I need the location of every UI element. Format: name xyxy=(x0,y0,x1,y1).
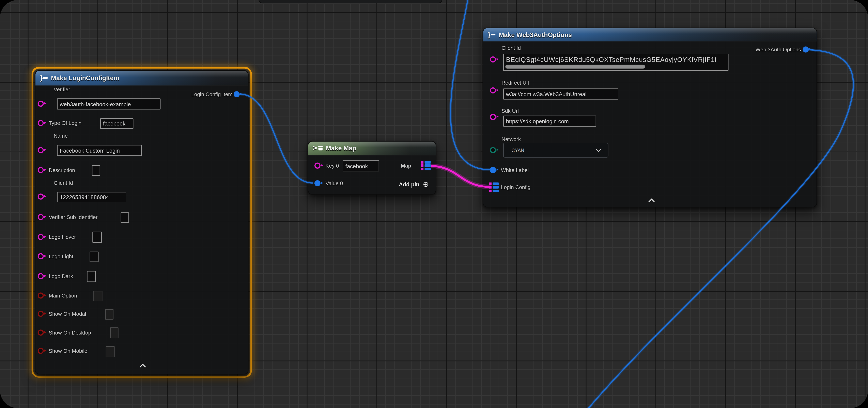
key-0-label: Key 0 xyxy=(326,163,339,169)
main-option-checkbox[interactable] xyxy=(93,291,102,301)
description-pin[interactable] xyxy=(38,167,44,173)
value-0-pin[interactable] xyxy=(314,180,320,186)
map-output-pin[interactable] xyxy=(421,161,431,170)
chevron-down-icon xyxy=(596,148,601,152)
logo-hover-pin[interactable] xyxy=(38,234,44,240)
white-label-label: White Label xyxy=(501,167,529,173)
client-id-label: Client Id xyxy=(54,180,73,186)
show-on-desktop-label: Show On Desktop xyxy=(49,330,91,336)
login-config-item-output-pin[interactable] xyxy=(234,91,240,97)
blueprint-graph-canvas[interactable]: } Make LoginConfigItem Verifier web3auth… xyxy=(0,0,868,408)
client-id-input[interactable]: 1222658941886084 xyxy=(57,192,126,202)
node-title: Make Map xyxy=(326,145,356,151)
description-label: Description xyxy=(49,167,75,173)
sdk-url-input[interactable]: https://sdk.openlogin.com xyxy=(503,115,596,127)
name-pin[interactable] xyxy=(38,147,44,153)
logo-light-input[interactable] xyxy=(90,251,99,262)
show-on-mobile-label: Show On Mobile xyxy=(49,348,87,354)
verifier-sub-identifier-pin[interactable] xyxy=(38,214,44,220)
logo-dark-input[interactable] xyxy=(87,271,96,282)
type-of-login-pin[interactable] xyxy=(38,120,44,126)
node-title: Make LoginConfigItem xyxy=(51,75,119,81)
client-id-pin[interactable] xyxy=(490,57,496,63)
network-label: Network xyxy=(501,136,521,142)
node-header[interactable]: } Make LoginConfigItem xyxy=(35,71,248,86)
verifier-label: Verifier xyxy=(54,86,70,92)
chevron-up-icon xyxy=(648,198,655,202)
main-option-pin[interactable] xyxy=(38,293,44,299)
name-input[interactable]: Facebook Custom Login xyxy=(57,145,142,156)
description-input[interactable] xyxy=(92,165,100,176)
login-config-pin[interactable] xyxy=(489,182,499,192)
node-make-web3authoptions[interactable]: } Make Web3AuthOptions Client Id BEglQSg… xyxy=(483,28,817,207)
node-make-loginconfigitem[interactable]: } Make LoginConfigItem Verifier web3auth… xyxy=(35,70,249,374)
white-label-pin[interactable] xyxy=(490,167,496,173)
type-of-login-input[interactable]: facebook xyxy=(100,118,133,129)
client-id-label: Client Id xyxy=(501,45,521,51)
logo-hover-input[interactable] xyxy=(92,232,102,243)
sdk-url-label: Sdk Url xyxy=(501,108,519,114)
add-pin-label: Add pin xyxy=(399,181,420,188)
type-of-login-label: Type Of Login xyxy=(49,120,82,126)
redirect-url-pin[interactable] xyxy=(490,88,496,94)
redirect-url-label: Redirect Url xyxy=(501,79,529,86)
node-header[interactable]: > Make Map xyxy=(308,141,436,155)
web3auth-options-output-pin[interactable] xyxy=(803,46,809,53)
show-on-modal-checkbox[interactable] xyxy=(105,309,114,319)
login-config-item-output-label: Login Config Item xyxy=(191,91,232,97)
sdk-url-pin[interactable] xyxy=(490,114,496,120)
network-selected-value: CYAN xyxy=(512,147,524,153)
network-dropdown[interactable]: CYAN xyxy=(503,143,608,158)
add-pin-button[interactable]: Add pin ⊕ xyxy=(399,181,429,188)
logo-dark-pin[interactable] xyxy=(38,273,44,279)
map-output-label: Map xyxy=(401,163,411,169)
network-pin[interactable] xyxy=(490,147,496,153)
show-on-mobile-checkbox[interactable] xyxy=(106,346,115,357)
make-struct-icon: } xyxy=(488,32,495,37)
redirect-url-input[interactable]: w3a://com.w3a.Web3AuthUnreal xyxy=(503,89,618,100)
web3auth-options-output-label: Web 3Auth Options xyxy=(755,46,801,53)
chevron-up-icon xyxy=(140,364,146,367)
offscreen-node-bottom-edge[interactable] xyxy=(258,0,442,3)
collapse-node-button[interactable] xyxy=(647,197,656,203)
make-map-icon: > xyxy=(313,145,322,151)
circle-plus-icon: ⊕ xyxy=(423,181,429,188)
client-id-pin[interactable] xyxy=(38,194,44,200)
login-config-label: Login Config xyxy=(501,184,531,190)
collapse-node-button[interactable] xyxy=(138,363,147,368)
verifier-sub-identifier-label: Verifier Sub Identifier xyxy=(49,214,97,220)
logo-light-pin[interactable] xyxy=(38,253,44,259)
verifier-pin[interactable] xyxy=(38,101,44,107)
node-make-map[interactable]: > Make Map Key 0 facebook Map Value 0 Ad… xyxy=(308,141,436,195)
client-id-horizontal-scrollbar[interactable] xyxy=(505,65,645,69)
value-0-label: Value 0 xyxy=(326,180,343,186)
node-header[interactable]: } Make Web3AuthOptions xyxy=(483,28,816,41)
make-struct-icon: } xyxy=(40,75,48,81)
name-label: Name xyxy=(54,133,68,139)
show-on-desktop-pin[interactable] xyxy=(38,330,44,336)
wire-loginconfigitem-to-value0[interactable] xyxy=(240,94,313,183)
logo-hover-label: Logo Hover xyxy=(49,234,76,240)
key-0-pin[interactable] xyxy=(314,163,320,169)
show-on-desktop-checkbox[interactable] xyxy=(110,327,119,338)
key-0-input[interactable]: facebook xyxy=(343,160,379,171)
screenshot-stage: } Make LoginConfigItem Verifier web3auth… xyxy=(0,0,868,408)
show-on-mobile-pin[interactable] xyxy=(38,348,44,354)
verifier-input[interactable]: web3auth-facebook-example xyxy=(57,98,160,109)
show-on-modal-label: Show On Modal xyxy=(49,311,86,317)
logo-light-label: Logo Light xyxy=(49,253,73,259)
verifier-sub-identifier-input[interactable] xyxy=(121,212,129,223)
show-on-modal-pin[interactable] xyxy=(38,311,44,317)
wire-map-to-loginconfig[interactable] xyxy=(431,166,490,187)
main-option-label: Main Option xyxy=(49,293,77,299)
logo-dark-label: Logo Dark xyxy=(49,273,73,279)
node-title: Make Web3AuthOptions xyxy=(499,31,572,38)
